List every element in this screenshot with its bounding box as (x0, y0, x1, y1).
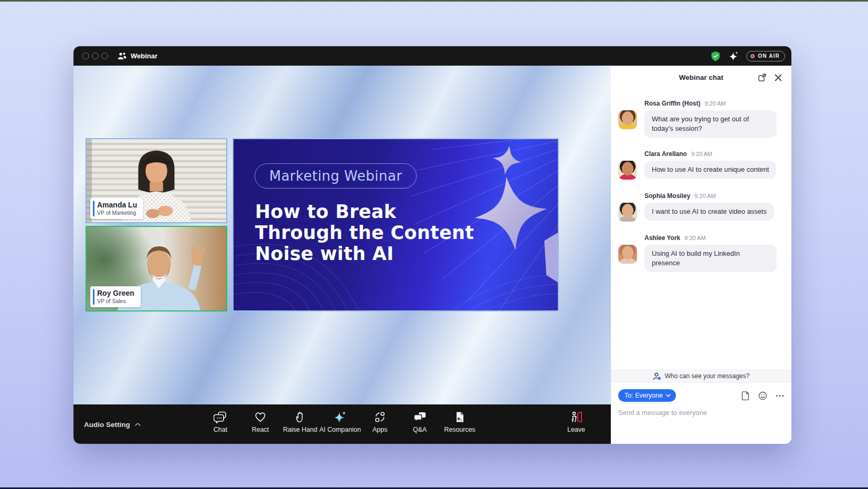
titlebar-right: ON AIR (710, 50, 785, 62)
toolbar-react-button[interactable]: React (240, 411, 280, 433)
video-stage: Amanda Lu VP of Marketing Roy Gree (73, 66, 611, 444)
speaker-role: VP of Sales (97, 298, 134, 305)
chat-compose-area: To: Everyone (611, 383, 791, 417)
leave-icon (569, 411, 583, 423)
backdrop-edge-top (0, 0, 868, 2)
security-shield-icon[interactable] (710, 50, 721, 62)
apps-icon (374, 411, 386, 423)
chat-message: Clara Arellano 9:20 AM How to use AI to … (618, 150, 782, 180)
pop-out-icon[interactable] (758, 73, 767, 82)
on-air-badge: ON AIR (746, 51, 785, 61)
chat-privacy-bar[interactable]: Who can see your messages? (611, 369, 791, 383)
avatar-clara-arellano (618, 161, 637, 180)
nameplate-amanda: Amanda Lu VP of Marketing (90, 198, 143, 219)
message-bubble: Using AI to build my LinkedIn presence (644, 245, 777, 272)
heart-icon (254, 411, 267, 423)
slide-badge: Marketing Webinar (255, 163, 417, 189)
on-air-label: ON AIR (758, 53, 780, 59)
webinar-window: Webinar ON AIR (73, 46, 791, 444)
toolbar-chat-button[interactable]: Chat (200, 411, 240, 433)
on-air-dot (750, 54, 755, 58)
video-tile-roy-active-speaker[interactable]: Roy Green VP of Sales (86, 226, 227, 311)
slide-heading-line: Noise with AI (255, 243, 474, 264)
toolbar-chat-label: Chat (214, 426, 227, 433)
chat-message-list[interactable]: Rosa Griffin (Host) 9:20 AM What are you… (611, 89, 791, 369)
toolbar-leave-label: Leave (567, 426, 585, 433)
window-minimize-button[interactable] (92, 53, 99, 59)
nameplate-roy: Roy Green VP of Sales (90, 286, 141, 307)
raise-hand-icon (294, 411, 306, 423)
window-title: Webinar (131, 52, 157, 60)
message-bubble: What are you trying to get out of today'… (644, 110, 777, 138)
toolbar-apps-button[interactable]: Apps (360, 411, 400, 433)
toolbar-center-group: Chat React Raise Hand (200, 411, 480, 433)
message-time: 9:20 AM (684, 235, 705, 241)
qa-icon (414, 411, 427, 423)
toolbar-raise-hand-label: Raise Hand (283, 426, 317, 433)
message-bubble: How to use AI to create unique content (644, 161, 776, 179)
slide-heading: How to Break Through the Content Noise w… (255, 201, 474, 264)
message-bubble: I want to use AI to create video assets (644, 203, 774, 221)
attach-file-icon[interactable] (742, 391, 750, 400)
slide-heading-line: Through the Content (255, 222, 474, 243)
chat-message: Rosa Griffin (Host) 9:20 AM What are you… (618, 100, 782, 138)
message-author: Sophia Mosiley (644, 192, 690, 200)
toolbar-ai-companion-button[interactable]: AI Companion (320, 411, 360, 433)
window-close-button[interactable] (82, 53, 89, 59)
toolbar-leave-button[interactable]: Leave (559, 411, 593, 433)
chat-message-input[interactable]: Send a message to everyone (618, 409, 784, 417)
chevron-down-icon (666, 394, 671, 397)
chevron-up-icon (135, 422, 141, 426)
message-author: Clara Arellano (644, 150, 687, 158)
participants-icon (118, 52, 126, 60)
message-author: Rosa Griffin (Host) (644, 100, 701, 107)
close-icon[interactable] (775, 74, 782, 81)
speaker-role: VP of Marketing (97, 210, 137, 216)
message-time: 9:20 AM (694, 193, 715, 199)
resources-icon (453, 411, 466, 423)
speaker-name: Amanda Lu (97, 201, 137, 210)
chat-header: Webinar chat (611, 66, 791, 89)
toolbar-apps-label: Apps (373, 426, 388, 433)
privacy-note-label: Who can see your messages? (665, 372, 749, 380)
message-time: 9:20 AM (691, 151, 712, 157)
window-maximize-button[interactable] (101, 53, 108, 59)
chat-message: Ashlee York 9:20 AM Using AI to build my… (618, 234, 782, 272)
meeting-toolbar: Audio Setting Chat (73, 404, 611, 444)
chat-panel-title: Webinar chat (679, 74, 724, 81)
toolbar-raise-hand-button[interactable]: Raise Hand (280, 411, 320, 433)
recipient-selector-label: To: Everyone (624, 392, 663, 399)
ai-companion-icon (333, 411, 347, 423)
toolbar-resources-button[interactable]: Resources (440, 411, 480, 433)
toolbar-qa-label: Q&A (413, 426, 427, 433)
slide-heading-line: How to Break (255, 201, 474, 222)
toolbar-qa-button[interactable]: Q&A (400, 411, 440, 433)
webinar-chat-panel: Webinar chat Rosa Griffin (Host) 9:20 AM (611, 66, 791, 444)
ai-sparkle-icon[interactable] (728, 50, 739, 61)
more-options-icon[interactable] (776, 394, 784, 397)
toolbar-ai-companion-label: AI Companion (319, 426, 361, 433)
toolbar-react-label: React (252, 426, 269, 433)
avatar-sophia-mosiley (618, 203, 637, 222)
audio-setting-button[interactable]: Audio Setting (84, 420, 141, 428)
titlebar: Webinar ON AIR (73, 46, 791, 66)
window-controls (82, 53, 108, 59)
chat-message: Sophia Mosiley 9:20 AM I want to use AI … (618, 192, 782, 222)
avatar-rosa-griffin (618, 110, 637, 129)
avatar-ashlee-york (618, 245, 637, 264)
audio-setting-label: Audio Setting (84, 420, 130, 428)
person-visibility-icon (653, 372, 661, 380)
recipient-selector[interactable]: To: Everyone (618, 389, 676, 402)
speaker-name: Roy Green (97, 289, 134, 298)
video-tile-amanda[interactable]: Amanda Lu VP of Marketing (86, 138, 227, 223)
toolbar-resources-label: Resources (444, 426, 475, 433)
chat-icon (214, 411, 227, 423)
app-identity: Webinar (118, 52, 157, 60)
message-author: Ashlee York (644, 234, 680, 242)
shared-slide: Marketing Webinar How to Break Through t… (232, 138, 559, 311)
message-time: 9:20 AM (705, 100, 726, 107)
emoji-icon[interactable] (758, 391, 767, 400)
